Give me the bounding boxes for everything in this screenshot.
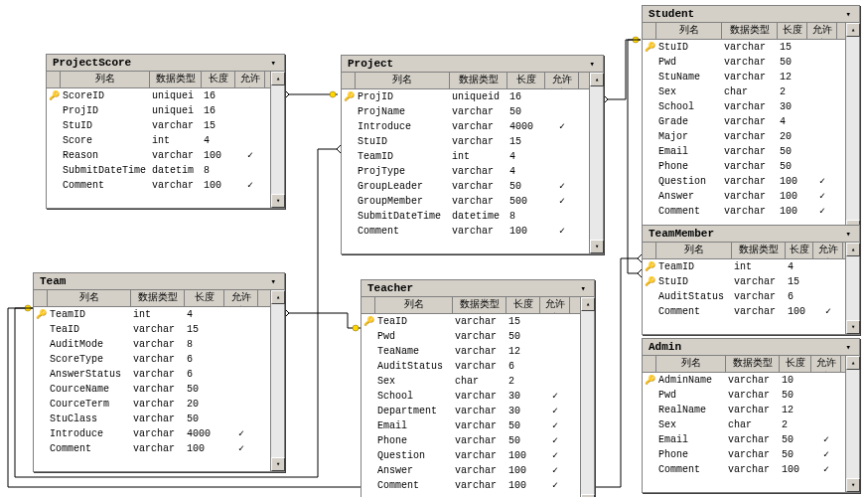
scrollbar[interactable]: ▴ ▾ <box>580 297 594 497</box>
table-title-bar[interactable]: Student ▾ <box>643 6 859 23</box>
table-student[interactable]: Student ▾ 列名数据类型长度允许空🔑StuIDvarchar15Pwdv… <box>642 5 860 235</box>
table-row[interactable]: Commentvarchar100✓ <box>342 224 589 239</box>
table-row[interactable]: Introducevarchar4000✓ <box>342 119 589 134</box>
collapse-icon[interactable]: ▾ <box>844 229 853 240</box>
table-row[interactable]: 🔑ScoreIDuniquei16 <box>47 88 270 103</box>
table-row[interactable]: Commentvarchar100✓ <box>47 178 270 193</box>
table-teammember[interactable]: TeamMember ▾ 列名数据类型长度允许空🔑TeamIDint4🔑StuI… <box>642 225 860 335</box>
table-row[interactable]: Commentvarchar100✓ <box>34 441 270 456</box>
scrollbar[interactable]: ▴ ▾ <box>845 243 859 334</box>
table-row[interactable]: Phonevarchar50✓ <box>643 447 845 462</box>
table-row[interactable]: Commentvarchar100✓ <box>643 304 845 319</box>
table-row[interactable]: GroupMembervarchar500✓ <box>342 194 589 209</box>
table-row[interactable]: 🔑StuIDvarchar15 <box>643 274 845 289</box>
collapse-icon[interactable]: ▾ <box>588 59 597 70</box>
table-row[interactable]: ScoreTypevarchar6 <box>34 352 270 367</box>
table-row[interactable]: SubmitDateTimedatetim8 <box>47 163 270 178</box>
collapse-icon[interactable]: ▾ <box>579 283 588 294</box>
table-row[interactable]: Commentvarchar100✓ <box>643 204 845 219</box>
table-row[interactable]: Emailvarchar50✓ <box>643 432 845 447</box>
table-row[interactable]: ProjTypevarchar4 <box>342 164 589 179</box>
table-team[interactable]: Team ▾ 列名数据类型长度允许空🔑TeamIDint4TeaIDvarcha… <box>33 272 285 472</box>
table-projectscore[interactable]: ProjectScore ▾ 列名数据类型长度允许空🔑ScoreIDunique… <box>46 54 285 209</box>
scroll-track[interactable] <box>846 370 859 478</box>
table-row[interactable]: TeamIDint4 <box>342 149 589 164</box>
table-row[interactable]: 🔑ProjIDuniqueid16 <box>342 89 589 104</box>
scrollbar[interactable]: ▴ ▾ <box>270 290 284 471</box>
collapse-icon[interactable]: ▾ <box>269 276 278 287</box>
table-row[interactable]: Pwdvarchar50 <box>643 388 845 403</box>
table-teacher[interactable]: Teacher ▾ 列名数据类型长度允许空🔑TeaIDvarchar15Pwdv… <box>361 279 595 497</box>
table-row[interactable]: AnswerStatusvarchar6 <box>34 367 270 382</box>
table-row[interactable]: 🔑AdminNamevarchar10 <box>643 373 845 388</box>
table-row[interactable]: GroupLeadervarchar50✓ <box>342 179 589 194</box>
table-row[interactable]: StuNamevarchar12 <box>643 70 845 84</box>
table-title-bar[interactable]: Project ▾ <box>342 56 603 73</box>
table-row[interactable]: AuditStatusvarchar6 <box>362 359 580 374</box>
table-row[interactable]: RealNamevarchar12 <box>643 403 845 417</box>
scroll-track[interactable] <box>271 85 284 194</box>
scroll-down-icon[interactable]: ▾ <box>846 320 860 334</box>
scroll-down-icon[interactable]: ▾ <box>271 457 285 471</box>
table-project[interactable]: Project ▾ 列名数据类型长度允许空🔑ProjIDuniqueid16Pr… <box>341 55 604 254</box>
table-row[interactable]: Commentvarchar100✓ <box>643 462 845 477</box>
table-admin[interactable]: Admin ▾ 列名数据类型长度允许空🔑AdminNamevarchar10Pw… <box>642 338 860 493</box>
table-row[interactable]: CourceTermvarchar20 <box>34 397 270 412</box>
table-row[interactable]: Departmentvarchar30✓ <box>362 404 580 418</box>
table-row[interactable]: Scoreint4 <box>47 133 270 148</box>
table-row[interactable]: Sexchar2 <box>362 374 580 389</box>
scroll-track[interactable] <box>271 304 284 457</box>
table-row[interactable]: 🔑StuIDvarchar15 <box>643 40 845 55</box>
scroll-track[interactable] <box>846 256 859 320</box>
table-row[interactable]: Phonevarchar50✓ <box>362 433 580 448</box>
scrollbar[interactable]: ▴ ▾ <box>270 72 284 208</box>
scroll-up-icon[interactable]: ▴ <box>590 73 604 86</box>
scroll-down-icon[interactable]: ▾ <box>271 194 285 208</box>
table-row[interactable]: AuditModevarchar8 <box>34 337 270 352</box>
scroll-down-icon[interactable]: ▾ <box>590 240 604 253</box>
table-row[interactable]: AuditStatusvarchar6 <box>643 289 845 304</box>
table-row[interactable]: StuIDvarchar15 <box>342 134 589 149</box>
table-row[interactable]: Questionvarchar100✓ <box>362 448 580 463</box>
table-row[interactable]: Commentvarchar100✓ <box>362 478 580 493</box>
table-row[interactable]: Phonevarchar50 <box>643 159 845 174</box>
table-row[interactable]: Sexchar2 <box>643 417 845 432</box>
collapse-icon[interactable]: ▾ <box>844 9 853 20</box>
table-row[interactable]: 🔑TeamIDint4 <box>643 259 845 274</box>
scrollbar[interactable]: ▴ ▾ <box>845 356 859 492</box>
table-row[interactable]: StuClassvarchar50 <box>34 412 270 426</box>
scroll-up-icon[interactable]: ▴ <box>271 72 285 85</box>
table-row[interactable]: Schoolvarchar30✓ <box>362 389 580 404</box>
scroll-up-icon[interactable]: ▴ <box>581 297 595 311</box>
table-row[interactable]: Reasonvarchar100✓ <box>47 148 270 163</box>
table-row[interactable]: CourceNamevarchar50 <box>34 382 270 397</box>
table-row[interactable]: SubmitDateTimedatetime8 <box>342 209 589 224</box>
collapse-icon[interactable]: ▾ <box>269 58 278 69</box>
table-row[interactable]: Questionvarchar100✓ <box>643 174 845 189</box>
table-title-bar[interactable]: TeamMember ▾ <box>643 226 859 243</box>
scroll-up-icon[interactable]: ▴ <box>271 290 285 304</box>
table-row[interactable]: Introducevarchar4000✓ <box>34 426 270 441</box>
table-row[interactable]: Sexchar2 <box>643 84 845 99</box>
table-row[interactable]: Answervarchar100✓ <box>643 189 845 204</box>
table-title-bar[interactable]: Teacher ▾ <box>362 280 594 297</box>
table-row[interactable]: Pwdvarchar50 <box>643 55 845 70</box>
scroll-down-icon[interactable]: ▾ <box>846 478 860 492</box>
scroll-up-icon[interactable]: ▴ <box>846 23 860 37</box>
table-row[interactable]: 🔑TeaIDvarchar15 <box>362 314 580 329</box>
scrollbar[interactable]: ▴ ▾ <box>589 73 603 253</box>
collapse-icon[interactable]: ▾ <box>844 342 853 353</box>
scroll-track[interactable] <box>590 86 603 240</box>
table-row[interactable]: TeaNamevarchar12 <box>362 344 580 359</box>
table-row[interactable]: ProjNamevarchar50 <box>342 104 589 119</box>
table-row[interactable]: Answervarchar100✓ <box>362 463 580 478</box>
table-row[interactable]: Gradevarchar4 <box>643 114 845 129</box>
table-row[interactable]: Schoolvarchar30 <box>643 99 845 114</box>
table-row[interactable]: Pwdvarchar50 <box>362 329 580 344</box>
table-title-bar[interactable]: ProjectScore ▾ <box>47 55 284 72</box>
table-row[interactable]: 🔑TeamIDint4 <box>34 307 270 322</box>
table-row[interactable]: StuIDvarchar15 <box>47 118 270 133</box>
table-row[interactable]: Emailvarchar50 <box>643 144 845 159</box>
table-title-bar[interactable]: Team ▾ <box>34 273 284 290</box>
scroll-up-icon[interactable]: ▴ <box>846 243 860 256</box>
